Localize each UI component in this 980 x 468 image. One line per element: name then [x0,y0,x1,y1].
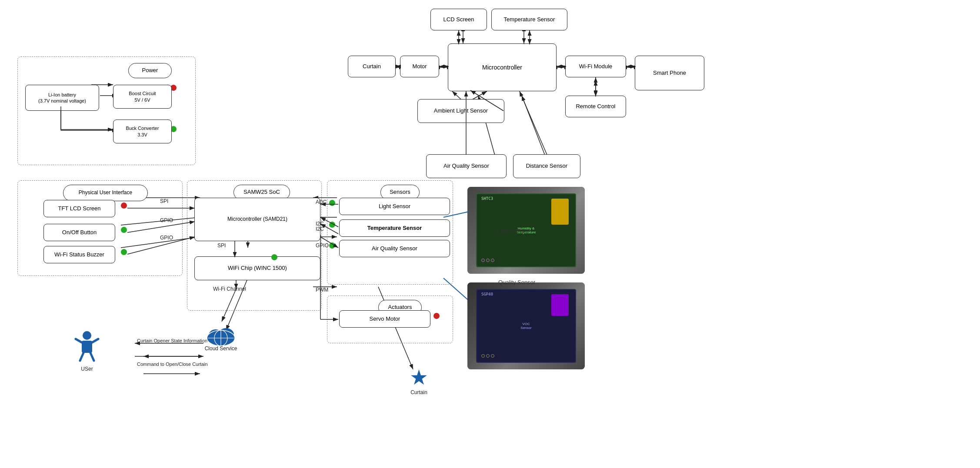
adc-label: ADC [316,199,327,205]
dot-light-green [329,200,335,206]
cloud-service-icon: Cloud Service [203,322,238,352]
wifi-chip-box: WiFi Chip (WINC 1500) [194,256,320,280]
dot-temp-mid-green [329,222,335,228]
wifi-buzzer-box: Wi-Fi Status Buzzer [43,246,115,263]
power-label-box: Power [128,63,172,78]
distance-sensor-box: Distance Sensor [513,154,580,178]
curtain-box: Curtain [348,56,396,77]
sensor-board-bottom-image: SGP40 VOCSensor [467,282,585,369]
cloud-svg [203,322,238,348]
lcd-screen-box: LCD Screen [430,9,487,30]
i2c-bottom-label: I2C [316,226,324,232]
gpio-bottom-label: GPIO [160,235,173,241]
curtain-state-label: Curtain Opener State Information [137,338,207,343]
diagram-container: LCD Screen Temperature Sensor Curtain Mo… [0,0,980,468]
temperature-sensor-top-box: Temperature Sensor [491,9,567,30]
gpio-top-label: GPIO [160,217,173,223]
air-quality-sensor-top-box: Air Quality Sensor [426,154,507,178]
dot-onoff-green [121,227,127,233]
buck-converter-box: Buck Converter 3.3V [113,119,172,143]
boost-circuit-box: Boost Circuit 5V / 6V [113,85,172,109]
motor-box: Motor [400,56,439,77]
svg-line-43 [520,91,547,155]
light-sensor-box: Light Sensor [339,198,450,215]
svg-rect-76 [82,341,92,353]
star-symbol: ★ [410,365,428,389]
svg-line-78 [92,339,98,342]
svg-point-75 [83,331,91,340]
dot-servo-red [433,313,440,319]
svg-line-80 [90,353,94,361]
command-curtain-label: Command to Open/Close Curtain [137,362,208,367]
svg-line-79 [80,353,83,361]
spi-bottom-label: SPI [217,242,226,249]
dot-wifichip-green [271,254,277,260]
smart-phone-box: Smart Phone [635,56,704,90]
air-quality-sensor-mid-box: Air Quality Sensor [339,240,450,257]
dot-airquality-mid-green [329,242,335,249]
physical-ui-label-box: Physical User Interface [63,185,148,201]
dot-tft-red [121,202,127,209]
light-sensor-mid-label: Light Sensor [497,228,529,234]
microcontroller-samd21-box: Microcontroller (SAMD21) [194,198,320,241]
ambient-light-sensor-box: Ambient Light Sensor [417,99,504,123]
curtain-star-icon: ★ Curtain [410,365,428,395]
user-svg [74,330,100,365]
on-off-button-box: On/Off Button [43,224,115,241]
wifi-channel-label: Wi-Fi Channel [213,286,246,292]
gpio-right-label: GPIO [316,242,329,249]
remote-control-box: Remote Control [565,96,626,117]
quality-sensor-mid-label: Quality Sensor [498,279,535,285]
tft-lcd-box: TFT LCD Screen [43,200,115,217]
spi-top-label: SPI [160,198,168,204]
liion-battery-box: Li-Ion battery (3.7V nominal voltage) [25,85,99,111]
wifi-module-box: Wi-Fi Module [565,56,626,77]
microcontroller-top-box: Microcontroller [448,43,557,91]
svg-line-77 [76,339,82,342]
dot-buzzer-green [121,249,127,255]
user-figure: USer [74,330,100,372]
pwm-label: PWM [316,287,328,293]
temperature-sensor-mid-box: Temperature Sensor [339,219,450,237]
servo-motor-box: Servo Motor [339,310,430,328]
